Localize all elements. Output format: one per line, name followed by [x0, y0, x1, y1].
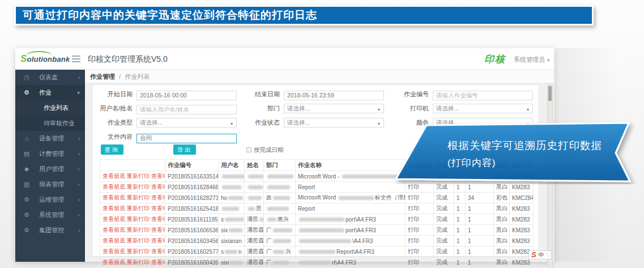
breadcrumb-section: 作业管理 [90, 73, 115, 80]
table-cell: 黑白 [494, 214, 510, 225]
redacted-text [225, 218, 244, 222]
table-row: 查看留底重新打印查看审批P20180516162827342ho政Microso… [100, 193, 534, 203]
breadcrumb-page: 作业列表 [125, 73, 150, 80]
table-cell: sixi [219, 257, 245, 268]
table-cell [219, 171, 245, 182]
redacted-text [267, 175, 293, 178]
redacted-text [273, 261, 289, 265]
view-archive-link[interactable]: 查看留底 [103, 248, 125, 254]
gear-icon: ⚙ [22, 207, 31, 223]
table-cell: 打印 [406, 246, 434, 257]
ime-punctuation-icon[interactable]: ’, [547, 251, 549, 259]
file-content-input[interactable] [137, 134, 237, 143]
table-cell: 打印 [406, 236, 434, 246]
printer-select[interactable]: 请选择...▾ [433, 104, 533, 113]
table-cell [219, 182, 245, 193]
chevron-left-icon: ‹ [78, 161, 80, 177]
view-archive-link[interactable]: 查看留底 [103, 205, 125, 211]
job-status-select[interactable]: 请选择...▾ [284, 118, 384, 127]
job-type-select[interactable]: 请选择...▾ [137, 118, 237, 127]
view-archive-link[interactable]: 查看留底 [103, 194, 125, 201]
reprint-link[interactable]: 重新打印 [127, 205, 150, 211]
reprint-link[interactable]: 重新打印 [127, 227, 150, 233]
view-approval-link[interactable]: 查看审批 [151, 237, 165, 244]
end-date-input[interactable] [284, 91, 384, 100]
by-completion-date-checkbox[interactable]: 按完成日期 [246, 146, 284, 154]
sidebar-item-group-control[interactable]: ⚙集团管控‹ [15, 223, 85, 238]
view-archive-link[interactable]: 查看留底 [103, 216, 125, 222]
table-cell: 打印 [406, 257, 434, 268]
table-cell: P20180516163351448 [165, 171, 219, 182]
scrollbar-thumb[interactable] [548, 86, 552, 101]
sidebar-item-ops-management[interactable]: ⚙运维管理‹ [15, 192, 85, 207]
reprint-link[interactable]: 重新打印 [127, 259, 150, 265]
sidebar-item-system-management[interactable]: ⚙系统管理‹ [15, 207, 85, 223]
sidebar-item-user-management[interactable]: ☻用户管理‹ [15, 161, 85, 177]
logo-swoosh-icon [26, 51, 52, 56]
table-cell: P20180516162846630 [165, 182, 219, 193]
sidebar-item-dashboard[interactable]: ◷仪表盘‹ [15, 70, 85, 85]
view-archive-link[interactable]: 查看留底 [103, 237, 125, 244]
view-archive-link[interactable]: 查看留底 [103, 173, 125, 179]
redacted-text [225, 250, 237, 254]
view-approval-link[interactable]: 查看审批 [151, 259, 165, 265]
table-cell: 完成 [434, 214, 454, 225]
keyword-callout: 根据关键字可追溯历史打印数据 (打印内容) [391, 119, 644, 184]
table-cell: Microsoft Word - ) [296, 171, 406, 182]
hamburger-menu-icon[interactable] [72, 56, 80, 64]
view-approval-link[interactable]: 查看审批 [151, 205, 165, 211]
view-archive-link[interactable]: 查看留底 [103, 259, 125, 265]
field-label-start-date: 开始日期 [92, 90, 137, 99]
chevron-left-icon: ‹ [78, 131, 80, 146]
export-button[interactable]: 导出 [173, 144, 196, 155]
chevron-left-icon: ‹ [78, 146, 80, 161]
view-archive-link[interactable]: 查看留底 [103, 184, 125, 190]
checkbox-icon[interactable] [246, 147, 251, 152]
username-input[interactable] [137, 105, 237, 114]
field-label-printer: 打印机 [384, 104, 433, 113]
view-approval-link[interactable]: 查看审批 [151, 173, 165, 179]
sidebar-item-device-management[interactable]: ⌂设备管理‹ [15, 131, 85, 146]
table-cell: 1 [454, 236, 466, 246]
user-menu[interactable]: 系统管理员▾ [514, 56, 550, 64]
redacted-text [248, 175, 264, 178]
table-cell: six [219, 225, 245, 236]
search-button[interactable]: 查询 [101, 144, 123, 155]
department-select[interactable]: 请选择...▾ [284, 104, 384, 113]
sogou-ime-indicator[interactable]: S 中 ’, [528, 250, 552, 260]
table-cell: Report [296, 203, 406, 214]
reprint-link[interactable]: 重新打印 [127, 184, 150, 190]
sidebar-subitem-pending-approval-jobs[interactable]: 待审核作业 [15, 116, 85, 131]
reprint-link[interactable]: 重新打印 [127, 248, 150, 254]
view-approval-link[interactable]: 查看审批 [151, 184, 165, 190]
sidebar-item-report-management[interactable]: ▥报表管理‹ [15, 177, 85, 192]
sidebar-item-billing-management[interactable]: ▤计费管理‹ [15, 146, 85, 161]
table-cell: 黑白 [494, 236, 510, 246]
job-number-input[interactable] [433, 91, 533, 100]
column-header: 姓名 [245, 160, 264, 171]
reprint-link[interactable]: 重新打印 [127, 237, 150, 244]
table-cell: s [219, 214, 245, 225]
redacted-text [267, 218, 276, 222]
column-header: 作业编号 [165, 160, 219, 171]
redacted-text [222, 175, 245, 178]
table-cell: 1 [466, 214, 494, 225]
view-approval-link[interactable]: 查看审批 [151, 248, 165, 254]
table-cell [245, 171, 264, 182]
reprint-link[interactable]: 重新打印 [127, 194, 150, 201]
reprint-link[interactable]: 重新打印 [127, 173, 150, 179]
column-header: 部门 [264, 160, 296, 171]
reprint-link[interactable]: 重新打印 [127, 216, 150, 222]
table-cell: 1 [466, 257, 494, 268]
view-approval-link[interactable]: 查看审批 [151, 216, 165, 222]
sidebar-subitem-job-list[interactable]: 作业列表 [15, 100, 85, 116]
sidebar-item-jobs[interactable]: ⚙作业▾ [15, 85, 85, 100]
table-row: 查看留底重新打印查看审批P20180516162541828思Report打印完… [100, 203, 534, 214]
table-cell: Report\A4.FR3 [296, 246, 406, 257]
view-approval-link[interactable]: 查看审批 [151, 194, 165, 201]
table-cell: 广 [264, 225, 296, 236]
view-archive-link[interactable]: 查看留底 [103, 227, 125, 233]
start-date-input[interactable] [137, 91, 237, 100]
ime-language-mode[interactable]: 中 [539, 251, 544, 259]
view-approval-link[interactable]: 查看审批 [151, 227, 165, 233]
